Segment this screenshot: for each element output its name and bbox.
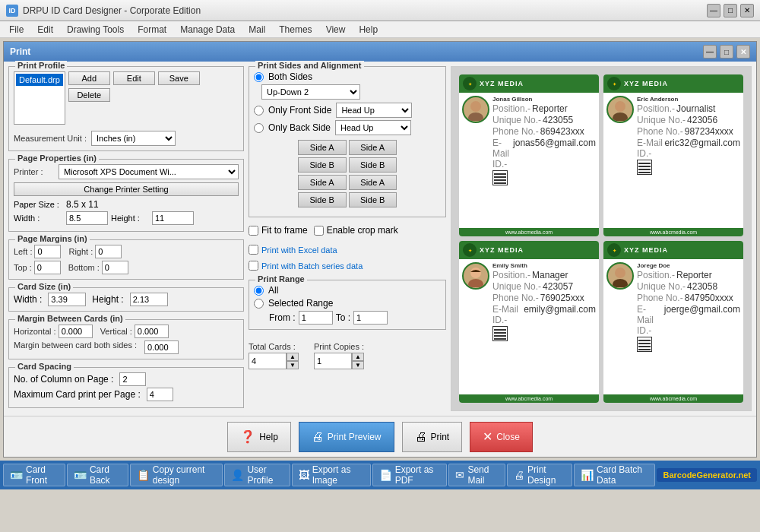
- card-4-position: Position.- Reporter: [637, 270, 740, 280]
- side-cell-b3[interactable]: Side B: [298, 192, 347, 207]
- alignment-select[interactable]: Up-Down 2 Up-Down 1 Side-by-Side 1 Side-…: [261, 84, 360, 100]
- card-2-name: Eric Anderson: [637, 96, 740, 103]
- change-printer-btn[interactable]: Change Printer Setting: [14, 182, 239, 196]
- taskbar-print-design[interactable]: 🖨 Print Design: [507, 464, 572, 486]
- svg-point-6: [615, 268, 625, 278]
- help-icon: ❓: [240, 429, 255, 444]
- columns-input[interactable]: [119, 372, 146, 386]
- delete-profile-btn[interactable]: Delete: [68, 88, 110, 102]
- taskbar-send-mail[interactable]: ✉ Send Mail: [448, 464, 505, 486]
- both-sides-row: Both Sides: [254, 71, 441, 82]
- svg-point-7: [613, 279, 628, 287]
- fit-to-frame-checkbox[interactable]: [249, 226, 258, 236]
- printer-select[interactable]: Microsoft XPS Document Wi...: [59, 164, 239, 179]
- card-2-qr: [637, 160, 652, 175]
- front-alignment-select[interactable]: Head Up Head Down: [336, 103, 412, 118]
- print-range-title: Print Range: [255, 274, 307, 283]
- dialog-maximize-btn[interactable]: □: [720, 45, 733, 59]
- crop-mark-checkbox[interactable]: [314, 226, 324, 236]
- profile-item[interactable]: Default.drp: [16, 74, 63, 86]
- excel-data-checkbox[interactable]: [249, 245, 258, 255]
- max-print-label: Maximum Card print per Page :: [14, 389, 141, 400]
- right-input[interactable]: [95, 245, 122, 258]
- batch-data-link[interactable]: Print with Batch series data: [261, 261, 363, 271]
- side-cell-a2[interactable]: Side A: [349, 140, 397, 155]
- printer-label: Printer :: [14, 167, 55, 176]
- batch-data-row: Print with Batch series data: [249, 261, 446, 271]
- card-spacing-section: Card Spacing No. of Column on Page : Max…: [8, 367, 244, 408]
- card-size-section: Card Size (in) Width : Height :: [8, 287, 244, 312]
- menu-file[interactable]: File: [3, 23, 30, 36]
- side-cell-a4[interactable]: Side A: [349, 175, 397, 190]
- total-cards-input[interactable]: [249, 353, 287, 369]
- side-cell-a1[interactable]: Side A: [298, 140, 347, 155]
- from-input[interactable]: [299, 311, 333, 325]
- add-profile-btn[interactable]: Add: [68, 71, 110, 85]
- back-side-radio[interactable]: [254, 123, 264, 133]
- front-side-radio[interactable]: [254, 106, 264, 116]
- menu-edit[interactable]: Edit: [31, 23, 59, 36]
- print-copies-up[interactable]: ▲: [352, 353, 364, 361]
- menu-format[interactable]: Format: [131, 23, 173, 36]
- both-sides-input[interactable]: [144, 340, 179, 354]
- all-range-radio[interactable]: [254, 286, 264, 296]
- left-input[interactable]: [34, 245, 61, 258]
- both-sides-radio[interactable]: [254, 72, 264, 82]
- menu-view[interactable]: View: [320, 23, 352, 36]
- taskbar-card-front[interactable]: 🪪 Card Front: [3, 464, 65, 486]
- bottom-input[interactable]: [102, 261, 128, 274]
- selected-range-radio[interactable]: [254, 299, 264, 309]
- print-copies-item: Print Copies : ▲ ▼: [314, 342, 364, 369]
- paper-size-row: Paper Size : 8.5 x 11: [14, 199, 239, 210]
- close-btn[interactable]: ✕ Close: [470, 422, 533, 452]
- side-cell-b4[interactable]: Side B: [349, 192, 397, 207]
- save-profile-btn[interactable]: Save: [158, 71, 200, 85]
- card-height-input[interactable]: [130, 293, 168, 306]
- print-copies-down[interactable]: ▼: [352, 361, 364, 369]
- print-preview-btn[interactable]: 🖨 Print Preview: [299, 422, 394, 452]
- minimize-btn[interactable]: —: [707, 4, 720, 17]
- excel-data-link[interactable]: Print with Excel data: [261, 245, 337, 255]
- menu-help[interactable]: Help: [353, 23, 384, 36]
- taskbar-export-pdf[interactable]: 📄 Export as PDF: [372, 464, 448, 486]
- batch-data-checkbox[interactable]: [249, 261, 258, 271]
- side-cell-b1[interactable]: Side B: [298, 157, 347, 173]
- top-margin: Top :: [14, 261, 61, 274]
- dialog-minimize-btn[interactable]: —: [703, 45, 717, 59]
- crop-mark-row: Enable crop mark: [314, 225, 398, 236]
- print-btn[interactable]: 🖨 Print: [402, 422, 463, 452]
- top-input[interactable]: [34, 261, 61, 274]
- side-cell-b2[interactable]: Side B: [349, 157, 397, 173]
- total-cards-up[interactable]: ▲: [287, 353, 299, 361]
- card-1-position: Position.- Reporter: [492, 103, 596, 114]
- menu-mail[interactable]: Mail: [242, 23, 271, 36]
- taskbar-batch-data[interactable]: 📊 Card Batch Data: [574, 464, 655, 486]
- menu-themes[interactable]: Themes: [273, 23, 318, 36]
- dialog-close-btn[interactable]: ✕: [736, 45, 750, 59]
- taskbar-card-back[interactable]: 🪪 Card Back: [67, 464, 128, 486]
- taskbar-export-image[interactable]: 🖼 Export as Image: [292, 464, 371, 486]
- taskbar-copy-design[interactable]: 📋 Copy current design: [130, 464, 223, 486]
- edit-profile-btn[interactable]: Edit: [113, 71, 155, 85]
- card-width-input[interactable]: [48, 293, 86, 306]
- side-cell-a3[interactable]: Side A: [298, 175, 347, 190]
- menu-drawing-tools[interactable]: Drawing Tools: [61, 23, 130, 36]
- menu-manage-data[interactable]: Manage Data: [174, 23, 241, 36]
- measurement-select[interactable]: Inches (in) Centimeters (cm) Millimeters…: [91, 131, 176, 146]
- height-input[interactable]: [152, 211, 194, 225]
- preview-area: ✦ XYZ MEDIA: [451, 67, 751, 410]
- title-bar-controls[interactable]: — □ ✕: [707, 4, 754, 17]
- taskbar-user-profile[interactable]: 👤 User Profile: [224, 464, 290, 486]
- help-btn[interactable]: ❓ Help: [227, 422, 291, 452]
- maximize-btn[interactable]: □: [724, 4, 737, 17]
- print-copies-input[interactable]: [314, 353, 352, 369]
- width-height-row: Width : Height :: [14, 211, 239, 225]
- back-alignment-select[interactable]: Head Up Head Down: [335, 120, 411, 135]
- to-input[interactable]: [353, 311, 388, 325]
- max-print-input[interactable]: [147, 388, 173, 401]
- close-app-btn[interactable]: ✕: [740, 4, 754, 17]
- width-input[interactable]: [66, 211, 108, 225]
- horizontal-input[interactable]: [59, 325, 93, 338]
- vertical-input[interactable]: [135, 325, 169, 338]
- total-cards-down[interactable]: ▼: [287, 361, 299, 369]
